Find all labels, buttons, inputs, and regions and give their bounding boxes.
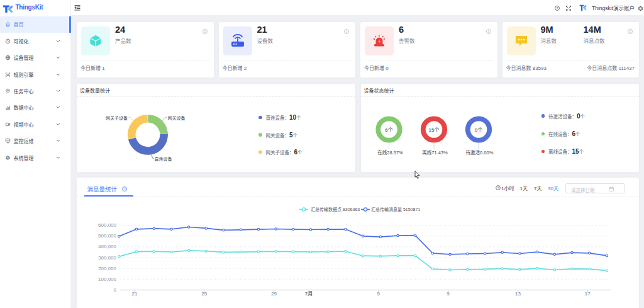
svg-text:5: 5	[377, 291, 380, 297]
svg-text:100,000: 100,000	[98, 277, 116, 282]
svg-text:25: 25	[201, 291, 207, 297]
svg-text:17: 17	[585, 291, 591, 297]
svg-text:13: 13	[515, 291, 521, 297]
svg-text:7月: 7月	[305, 291, 313, 297]
svg-text:600,000: 600,000	[98, 222, 116, 228]
svg-text:0: 0	[114, 287, 117, 293]
svg-text:500,000: 500,000	[98, 233, 116, 239]
svg-text:200,000: 200,000	[98, 266, 116, 271]
svg-text:400,000: 400,000	[98, 244, 116, 249]
svg-text:9: 9	[447, 291, 450, 297]
svg-text:300,000: 300,000	[98, 255, 116, 261]
svg-text:21: 21	[132, 291, 138, 297]
svg-text:29: 29	[271, 291, 277, 297]
